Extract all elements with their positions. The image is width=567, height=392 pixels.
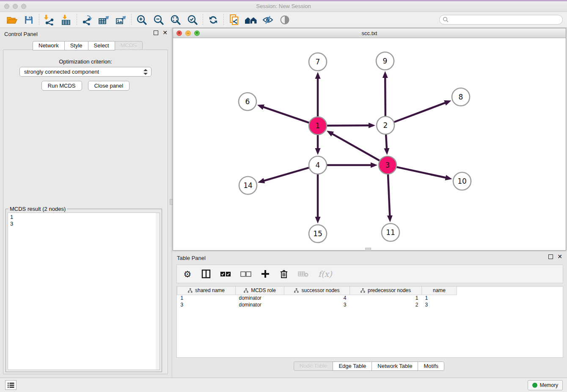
column-header-name[interactable]: name bbox=[422, 287, 457, 295]
copy-network-button[interactable] bbox=[226, 13, 242, 27]
network-graph[interactable]: 7968124314101511 bbox=[173, 38, 566, 250]
window-title: Session: New Session bbox=[0, 3, 567, 9]
result-scrollbar[interactable] bbox=[156, 213, 160, 370]
table-options-button[interactable]: ⚙ bbox=[183, 270, 192, 279]
search-input[interactable] bbox=[449, 16, 562, 24]
node-label-14: 14 bbox=[243, 181, 253, 190]
edge-3-1[interactable] bbox=[332, 134, 380, 161]
mcds-result-text[interactable]: 1 3 bbox=[8, 213, 160, 370]
mcds-result-title: MCDS result (2 nodes) bbox=[8, 206, 67, 212]
node-label-10: 10 bbox=[457, 177, 467, 185]
plus-icon bbox=[261, 270, 270, 278]
arrowhead-4-15 bbox=[315, 217, 321, 224]
node-label-2: 2 bbox=[383, 121, 388, 130]
arrowhead-2-3 bbox=[384, 148, 389, 155]
shared-column-icon bbox=[188, 288, 193, 293]
tab-network[interactable]: Network bbox=[33, 41, 65, 50]
run-mcds-button[interactable]: Run MCDS bbox=[41, 81, 82, 91]
edge-1-2[interactable] bbox=[327, 125, 369, 126]
zoom-fit-icon bbox=[170, 14, 181, 25]
table-row[interactable]: 1dominator411 bbox=[177, 295, 457, 301]
edge-3-10[interactable] bbox=[397, 167, 446, 178]
column-header-successor-nodes[interactable]: successor nodes bbox=[284, 287, 350, 295]
column-selector-button[interactable] bbox=[201, 269, 211, 279]
import-table-icon bbox=[61, 14, 72, 25]
delete-column-button[interactable] bbox=[279, 269, 289, 279]
import-table-button[interactable] bbox=[58, 13, 75, 27]
table-panel: Table Panel ✕ ⚙ bbox=[173, 252, 566, 377]
main-toolbar bbox=[0, 12, 567, 28]
export-network-button[interactable] bbox=[79, 13, 96, 27]
network-window-titlebar[interactable]: ✕ – + scc.txt bbox=[173, 28, 566, 38]
zoom-selected-button[interactable] bbox=[184, 13, 201, 27]
save-session-button[interactable] bbox=[20, 13, 37, 27]
edge-1-6[interactable] bbox=[263, 107, 309, 123]
add-column-button[interactable] bbox=[261, 270, 270, 278]
tab-node-table[interactable]: Node Table bbox=[294, 362, 333, 371]
function-builder-button[interactable]: f(x) bbox=[318, 269, 332, 279]
arrowhead-1-2 bbox=[369, 123, 375, 128]
control-panel-title: Control Panel bbox=[4, 31, 38, 37]
trash-icon bbox=[280, 269, 288, 279]
arrowhead-4-14 bbox=[258, 178, 265, 183]
deselect-all-button[interactable] bbox=[240, 271, 251, 277]
tab-mcds[interactable]: MCDS bbox=[115, 41, 143, 50]
show-all-networks-button[interactable] bbox=[242, 13, 259, 27]
zoom-selected-icon bbox=[187, 14, 198, 25]
column-header-MCDS-role[interactable]: MCDS role bbox=[236, 287, 284, 295]
column-header-shared-name[interactable]: shared name bbox=[177, 287, 236, 295]
refresh-button[interactable] bbox=[205, 13, 222, 27]
node-label-9: 9 bbox=[383, 57, 388, 65]
arrowhead-1-6 bbox=[257, 105, 264, 110]
toolbar-separator bbox=[77, 14, 77, 26]
task-history-button[interactable] bbox=[5, 380, 17, 390]
edge-4-14[interactable] bbox=[263, 168, 308, 181]
table-row[interactable]: 3dominator323 bbox=[177, 301, 457, 308]
edge-2-3[interactable] bbox=[386, 135, 387, 149]
float-panel-icon[interactable] bbox=[154, 30, 158, 35]
export-network-icon bbox=[81, 14, 93, 25]
import-network-button[interactable] bbox=[41, 13, 58, 27]
refresh-icon bbox=[208, 14, 219, 25]
zoom-fit-button[interactable] bbox=[167, 13, 184, 27]
zoom-out-button[interactable] bbox=[150, 13, 167, 27]
close-panel-button[interactable]: Close panel bbox=[88, 81, 130, 91]
select-all-button[interactable] bbox=[220, 271, 231, 277]
network-canvas[interactable]: 7968124314101511 bbox=[173, 38, 566, 250]
tab-select[interactable]: Select bbox=[88, 41, 115, 50]
column-header-predecessor-nodes[interactable]: predecessor nodes bbox=[350, 287, 422, 295]
tab-style[interactable]: Style bbox=[64, 41, 88, 50]
horizontal-splitter-grip[interactable] bbox=[365, 248, 371, 251]
float-table-panel-icon[interactable] bbox=[548, 254, 553, 259]
table-toolbar: ⚙ bbox=[176, 265, 563, 283]
open-folder-icon bbox=[6, 15, 18, 25]
criterion-dropdown[interactable]: strongly connected component bbox=[19, 67, 151, 77]
tab-motifs[interactable]: Motifs bbox=[418, 362, 444, 371]
checked-boxes-icon bbox=[220, 271, 231, 277]
edge-2-9[interactable] bbox=[385, 77, 385, 116]
tab-network-table[interactable]: Network Table bbox=[372, 362, 418, 371]
open-session-button[interactable] bbox=[3, 13, 20, 27]
search-field[interactable] bbox=[439, 15, 563, 25]
close-table-panel-icon[interactable]: ✕ bbox=[557, 254, 562, 259]
memory-button[interactable]: Memory bbox=[528, 380, 563, 390]
toolbar-separator bbox=[131, 14, 132, 26]
export-image-button[interactable] bbox=[113, 13, 129, 27]
shared-column-icon bbox=[244, 288, 248, 293]
eye-slash-icon bbox=[262, 15, 274, 25]
tab-edge-table[interactable]: Edge Table bbox=[333, 362, 372, 371]
delete-table-button[interactable] bbox=[298, 271, 309, 277]
show-graphics-details-button[interactable] bbox=[276, 13, 293, 27]
close-panel-icon[interactable]: ✕ bbox=[162, 30, 168, 35]
edge-2-8[interactable] bbox=[394, 102, 446, 122]
export-table-button[interactable] bbox=[96, 13, 113, 27]
save-icon bbox=[24, 15, 34, 25]
zoom-in-button[interactable] bbox=[133, 13, 150, 27]
edge-3-11[interactable] bbox=[388, 174, 390, 216]
node-table: shared nameMCDS rolesuccessor nodesprede… bbox=[176, 286, 563, 358]
export-image-icon bbox=[115, 14, 127, 25]
export-table-icon bbox=[98, 14, 110, 25]
arrowhead-2-9 bbox=[383, 71, 388, 78]
hide-graphics-button[interactable] bbox=[259, 13, 276, 27]
arrowhead-3-10 bbox=[445, 175, 452, 180]
